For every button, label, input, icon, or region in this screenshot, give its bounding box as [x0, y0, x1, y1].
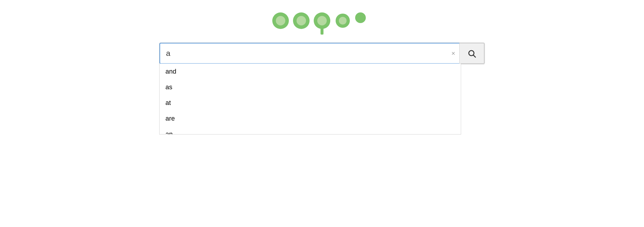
- svg-point-4: [355, 12, 366, 23]
- autocomplete-item-as[interactable]: as: [160, 79, 461, 95]
- logo-area: [263, 12, 381, 37]
- autocomplete-dropdown: and as at are an any: [159, 64, 461, 134]
- svg-point-9: [339, 17, 347, 25]
- search-button[interactable]: [459, 43, 484, 64]
- svg-point-7: [297, 16, 306, 25]
- clear-button[interactable]: ×: [447, 43, 459, 64]
- search-container: × and as at are an any: [159, 43, 485, 64]
- search-box-wrapper: ×: [159, 43, 485, 64]
- search-icon: [467, 49, 476, 58]
- svg-rect-5: [321, 28, 323, 35]
- svg-point-6: [276, 16, 285, 25]
- search-input[interactable]: [160, 43, 447, 64]
- autocomplete-item-are[interactable]: are: [160, 111, 461, 126]
- autocomplete-item-an[interactable]: an: [160, 126, 461, 134]
- logo-svg: [263, 12, 381, 35]
- svg-point-8: [317, 16, 327, 25]
- autocomplete-item-at[interactable]: at: [160, 95, 461, 111]
- svg-line-11: [474, 55, 476, 57]
- clear-icon: ×: [451, 50, 455, 57]
- autocomplete-item-and[interactable]: and: [160, 64, 461, 79]
